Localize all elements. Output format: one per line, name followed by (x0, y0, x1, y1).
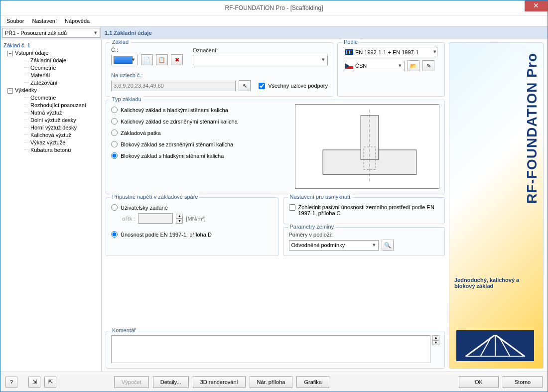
new-icon[interactable]: 📄 (141, 54, 153, 65)
tree-item[interactable]: Geometrie (1, 64, 100, 72)
promo-panel: RF-FOUNDATION Pro Jednoduchý, kalichový … (449, 42, 544, 369)
sigma-unit: [MN/m²] (186, 216, 205, 222)
tree-item[interactable]: Základní údaje (1, 57, 100, 64)
foundation-diagram (295, 104, 439, 189)
tree-item[interactable]: Rozhodující posouzení (1, 102, 100, 109)
group-usmyk: Nastavení pro usmyknutí Zohlednit pasivn… (283, 197, 445, 224)
promo-tagline: Jednoduchý, kalichový a blokový základ (454, 277, 534, 289)
passive-resistance-check[interactable]: Zohlednit pasivní únosnosti zemního pros… (289, 202, 440, 219)
all-supports-check[interactable]: Všechny uzlové podpory (254, 83, 328, 89)
panel-title: 1.1 Základní údaje (100, 26, 548, 39)
standard-select[interactable]: EN 1992-1-1 + EN 1997-1 (343, 47, 437, 57)
group-comment: Komentář ▲▼ (106, 331, 445, 369)
annex-edit-icon[interactable]: ✎ (422, 60, 434, 71)
spin-down: ▼ (176, 219, 183, 224)
typ-option-0[interactable]: Kalichový základ s hladkými stěnami kali… (111, 104, 290, 116)
spin-up: ▲ (176, 214, 183, 219)
tree-item[interactable]: Materiál (1, 72, 100, 79)
ok-button[interactable]: OK (459, 376, 499, 388)
tree-item[interactable]: Výkaz výztuže (1, 139, 100, 146)
stress-user-option[interactable]: Uživatelsky zadané (111, 202, 273, 213)
tree-item[interactable]: Zatěžování (1, 79, 100, 87)
import-icon[interactable]: ⇱ (44, 377, 56, 388)
titlebar: RF-FOUNDATION Pro - [Scaffolding] ✕ (0, 0, 548, 15)
tree-item[interactable]: Horní výztuž desky (1, 124, 100, 131)
group-typ: Typ základu Kalichový základ s hladkými … (106, 100, 445, 194)
designation-input[interactable] (193, 55, 328, 65)
menubar: Soubor Nastavení Nápověda (0, 15, 548, 26)
help-icon[interactable]: ? (5, 377, 17, 388)
navigator-tree[interactable]: Základ č. 1 –Vstupní údaje Základní údaj… (0, 39, 102, 372)
pick-nodes-icon[interactable]: ↖ (239, 80, 251, 91)
export-icon[interactable]: ⇲ (28, 377, 40, 388)
graphics-button[interactable]: Grafika (296, 376, 329, 388)
tree-results[interactable]: –Výsledky (1, 87, 100, 94)
no-label: Č.: (111, 47, 183, 53)
menu-settings[interactable]: Nastavení (29, 17, 60, 25)
render-button[interactable]: 3D renderování (193, 376, 246, 388)
ratio-label: Poměry v podloží: (289, 232, 333, 238)
copy-icon[interactable]: 📋 (156, 54, 168, 65)
tree-item[interactable]: Geometrie (1, 94, 100, 102)
soil-details-icon[interactable]: 🔍 (382, 240, 394, 251)
promo-title: RF-FOUNDATION Pro (524, 53, 540, 204)
dlubal-logo (456, 330, 534, 361)
delete-icon[interactable]: ✖ (171, 54, 183, 65)
sigma-input (138, 213, 173, 224)
nodes-input (111, 81, 236, 91)
comment-scroll-up[interactable]: ▲ (432, 335, 439, 340)
calc-button: Výpočet (114, 376, 149, 388)
details-button[interactable]: Detaily... (153, 376, 189, 388)
case-selector[interactable] (2, 28, 100, 38)
bottom-toolbar: ? ⇲ ⇱ Výpočet Detaily... 3D renderování … (0, 372, 548, 392)
tree-root[interactable]: Základ č. 1 (1, 41, 100, 49)
group-zemina: Parametry zeminy Poměry v podloží: 🔍 (283, 227, 445, 256)
annex-select[interactable]: ČSN (343, 61, 405, 71)
tree-item[interactable]: Kubatura betonu (1, 146, 100, 154)
typ-option-1[interactable]: Kalichový základ se zdrsněnými stěnami k… (111, 116, 290, 127)
nodes-label: Na uzlech č.: (111, 72, 143, 78)
tree-item[interactable]: Kalichová výztuž (1, 131, 100, 139)
typ-option-4[interactable]: Blokový základ s hladkými stěnami kalich… (111, 150, 290, 161)
tree-item[interactable]: Dolní výztuž desky (1, 117, 100, 124)
group-zaklad: Základ Č.: 📄 📋 ✖ (106, 42, 333, 97)
tree-input[interactable]: –Vstupní údaje (1, 49, 100, 57)
cancel-button[interactable]: Storno (503, 376, 543, 388)
comment-textarea[interactable] (111, 335, 430, 363)
window-title: RF-FOUNDATION Pro - [Scaffolding] (225, 4, 323, 11)
designation-label: Označení: (193, 47, 328, 53)
menu-file[interactable]: Soubor (3, 17, 27, 25)
comment-scroll-down[interactable]: ▼ (432, 340, 439, 345)
soil-ratio-select[interactable] (289, 240, 379, 251)
foundation-no-select[interactable] (111, 55, 138, 65)
menu-help[interactable]: Nápověda (62, 17, 93, 25)
annex-button[interactable]: Nár. příloha (250, 376, 293, 388)
sigma-label: σRk : (122, 216, 135, 222)
tree-item[interactable]: Nutná výztuž (1, 109, 100, 117)
typ-option-2[interactable]: Základová patka (111, 127, 290, 138)
close-button[interactable]: ✕ (525, 0, 548, 11)
stress-en-option[interactable]: Únosnost podle EN 1997-1, příloha D (111, 229, 273, 240)
typ-option-3[interactable]: Blokový základ se zdrsněnými stěnami kal… (111, 138, 290, 150)
group-podle: Podle EN 1992-1-1 + EN 1997-1 ČSN 📂 ✎ (337, 42, 445, 97)
group-napeti: Přípustné napětí v základové spáře Uživa… (106, 197, 278, 256)
annex-open-icon[interactable]: 📂 (408, 60, 419, 71)
